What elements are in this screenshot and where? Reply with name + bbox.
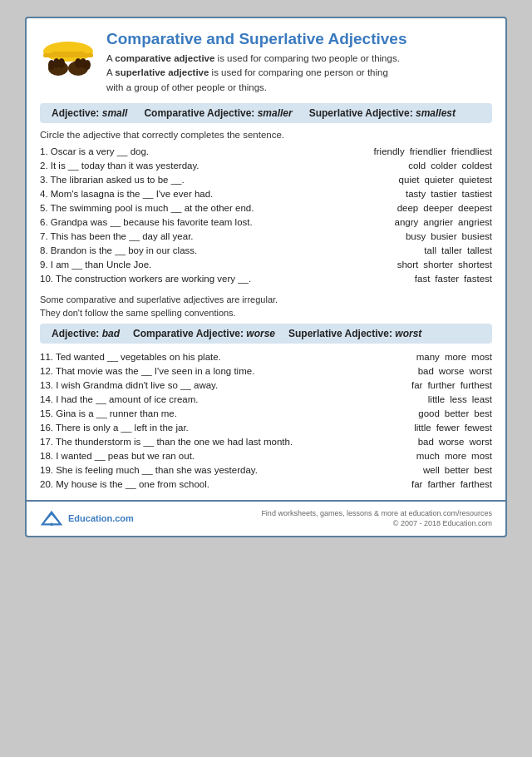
sentence-text: 6. Grandpa was __ because his favorite t… <box>40 217 326 227</box>
list-item: 17. The thunderstorm is __ than the one … <box>40 435 492 449</box>
example-bar-2: Adjective: bad Comparative Adjective: wo… <box>40 324 492 344</box>
list-item: 13. I wish Grandma didn't live so __ awa… <box>40 378 492 393</box>
word-option[interactable]: tallest <box>467 245 492 255</box>
adjective-label-2: Adjective: bad <box>52 328 120 339</box>
list-item: 10. The construction workers are working… <box>40 272 492 286</box>
word-option[interactable]: most <box>471 352 492 362</box>
word-option[interactable]: angry <box>394 217 418 227</box>
word-option[interactable]: quieter <box>425 175 454 185</box>
word-option[interactable]: good <box>418 408 440 418</box>
word-option[interactable]: far <box>411 380 422 390</box>
example-bar-1: Adjective: small Comparative Adjective: … <box>40 103 492 123</box>
word-option[interactable]: quiet <box>399 175 420 185</box>
word-option[interactable]: little <box>428 394 445 404</box>
word-choices: far further furthest <box>326 380 492 390</box>
word-option[interactable]: farther <box>427 479 455 489</box>
word-option[interactable]: worst <box>470 366 492 376</box>
footer: Education.com Find worksheets, games, le… <box>27 500 505 536</box>
footer-logo-text: Education.com <box>68 513 134 523</box>
irregular-note: Some comparative and superlative adjecti… <box>27 286 505 324</box>
svg-point-7 <box>58 58 65 68</box>
word-option[interactable]: shorter <box>423 260 453 270</box>
word-option[interactable]: tastier <box>431 189 456 199</box>
word-option[interactable]: deep <box>397 203 419 213</box>
list-item: 2. It is __ today than it was yesterday.… <box>40 159 492 173</box>
word-choices: busy busier busiest <box>326 231 492 241</box>
sentence-text: 17. The thunderstorm is __ than the one … <box>40 437 326 447</box>
word-option[interactable]: best <box>474 465 492 475</box>
word-choices: cold colder coldest <box>326 161 492 171</box>
word-choices: well better best <box>326 465 492 475</box>
word-option[interactable]: furthest <box>461 380 492 390</box>
word-choices: little less least <box>326 394 492 404</box>
word-option[interactable]: tall <box>424 245 436 255</box>
sentence-text: 16. There is only a __ left in the jar. <box>40 423 326 433</box>
list-item: 16. There is only a __ left in the jar. … <box>40 421 492 435</box>
word-option[interactable]: busiest <box>462 231 492 241</box>
word-option[interactable]: best <box>474 408 492 418</box>
word-option[interactable]: friendliest <box>451 146 492 156</box>
word-option[interactable]: worst <box>470 437 492 447</box>
list-item: 19. She is feeling much __ than she was … <box>40 463 492 477</box>
word-option[interactable]: busier <box>431 231 456 241</box>
word-option[interactable]: angriest <box>458 217 492 227</box>
word-option[interactable]: much <box>416 451 440 461</box>
word-option[interactable]: better <box>445 465 469 475</box>
word-option[interactable]: farthest <box>461 479 492 489</box>
word-option[interactable]: far <box>411 479 422 489</box>
word-option[interactable]: quietest <box>459 175 492 185</box>
word-option[interactable]: deeper <box>423 203 453 213</box>
word-option[interactable]: worse <box>439 366 465 376</box>
word-option[interactable]: fewer <box>436 423 460 433</box>
word-option[interactable]: fastest <box>464 274 492 284</box>
word-option[interactable]: bad <box>418 366 434 376</box>
word-option[interactable]: better <box>445 408 469 418</box>
list-item: 9. I am __ than Uncle Joe. short shorter… <box>40 258 492 272</box>
adjective-label-1: Adjective: small <box>52 107 127 119</box>
word-option[interactable]: friendly <box>374 146 405 156</box>
sentences-list-2: 11. Ted wanted __ vegetables on his plat… <box>40 350 492 492</box>
word-option[interactable]: taller <box>441 245 462 255</box>
word-option[interactable]: short <box>397 260 419 270</box>
word-option[interactable]: worse <box>439 437 465 447</box>
word-option[interactable]: faster <box>435 274 459 284</box>
word-option[interactable]: less <box>450 394 466 404</box>
list-item: 7. This has been the __ day all year. bu… <box>40 230 492 244</box>
word-option[interactable]: coldest <box>462 161 492 171</box>
word-option[interactable]: least <box>472 394 492 404</box>
sentence-text: 19. She is feeling much __ than she was … <box>40 465 326 475</box>
word-option[interactable]: further <box>427 380 455 390</box>
footer-logo: Education.com <box>40 509 134 527</box>
word-choices: deep deeper deepest <box>326 203 492 213</box>
svg-point-11 <box>50 523 53 527</box>
word-option[interactable]: colder <box>431 161 456 171</box>
word-choices: tasty tastier tastiest <box>326 189 492 199</box>
word-option[interactable]: busy <box>406 231 426 241</box>
word-option[interactable]: more <box>445 352 466 362</box>
word-option[interactable]: bad <box>418 437 434 447</box>
word-option[interactable]: well <box>423 465 440 475</box>
word-choices: little fewer fewest <box>326 423 492 433</box>
word-option[interactable]: many <box>416 352 440 362</box>
sentence-text: 1. Oscar is a very __ dog. <box>40 146 326 156</box>
sentence-text: 5. The swimming pool is much __ at the o… <box>40 203 326 213</box>
word-option[interactable]: tastiest <box>462 189 492 199</box>
sentence-text: 3. The librarian asked us to be __. <box>40 175 326 185</box>
list-item: 15. Gina is a __ runner than me. good be… <box>40 407 492 421</box>
sentence-text: 12. That movie was the __ I've seen in a… <box>40 366 326 376</box>
word-option[interactable]: little <box>414 423 431 433</box>
sentence-text: 4. Mom's lasagna is the __ I've ever had… <box>40 189 326 199</box>
word-option[interactable]: cold <box>408 161 426 171</box>
list-item: 12. That movie was the __ I've seen in a… <box>40 364 492 378</box>
word-choices: angry angrier angriest <box>326 217 492 227</box>
word-option[interactable]: fast <box>415 274 431 284</box>
word-option[interactable]: angrier <box>423 217 453 227</box>
word-option[interactable]: friendlier <box>410 146 446 156</box>
word-option[interactable]: fewest <box>465 423 492 433</box>
word-option[interactable]: shortest <box>458 260 492 270</box>
word-option[interactable]: deepest <box>458 203 492 213</box>
word-option[interactable]: tasty <box>406 189 426 199</box>
instruction: Circle the adjective that correctly comp… <box>27 130 505 145</box>
word-option[interactable]: most <box>471 451 492 461</box>
word-option[interactable]: more <box>445 451 466 461</box>
